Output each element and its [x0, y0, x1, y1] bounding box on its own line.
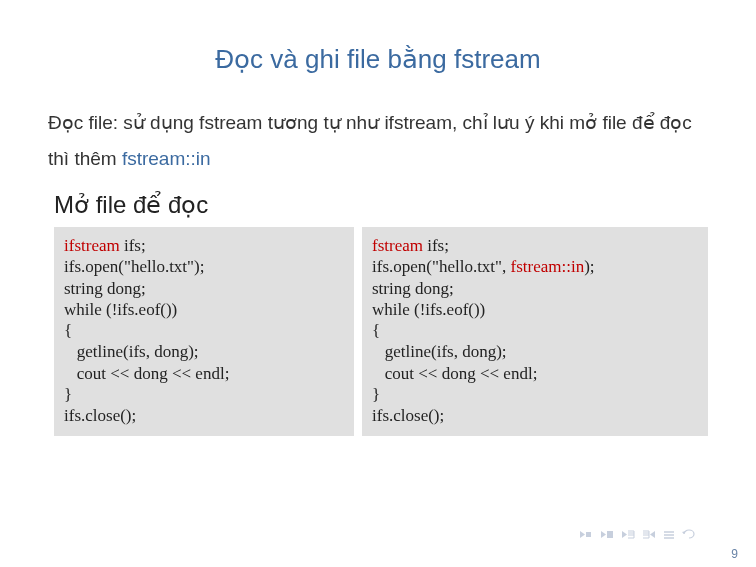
code-columns: ifstream ifs; ifs.open("hello.txt"); str… — [48, 227, 708, 436]
code-text: cout << dong << endl; — [372, 364, 537, 383]
page-number: 9 — [731, 547, 738, 561]
code-text: } — [372, 385, 380, 404]
body-highlight: fstream::in — [122, 148, 211, 169]
keyword-fstream-in: fstream::in — [511, 257, 585, 276]
slide-content: Đọc và ghi file bằng fstream Đọc file: s… — [0, 0, 756, 436]
code-text: ifs.open("hello.txt", — [372, 257, 511, 276]
code-text: string dong; — [64, 279, 146, 298]
code-text: { — [372, 321, 380, 340]
code-text: ifs.close(); — [372, 406, 444, 425]
code-block-left: ifstream ifs; ifs.open("hello.txt"); str… — [54, 227, 354, 436]
nav-first-icon[interactable] — [579, 530, 593, 539]
code-text: { — [64, 321, 72, 340]
nav-prev-icon[interactable] — [600, 530, 614, 539]
code-text: getline(ifs, dong); — [64, 342, 199, 361]
code-text: ifs.close(); — [64, 406, 136, 425]
beamer-nav-bar — [579, 529, 696, 539]
nav-undo-icon[interactable] — [682, 529, 696, 539]
code-text: ifs; — [120, 236, 146, 255]
nav-menu-icon[interactable] — [663, 530, 675, 539]
svg-rect-0 — [586, 532, 591, 537]
keyword-fstream: fstream — [372, 236, 423, 255]
code-block-right: fstream ifs; ifs.open("hello.txt", fstre… — [362, 227, 708, 436]
nav-back-icon[interactable] — [621, 530, 635, 539]
code-text: cout << dong << endl; — [64, 364, 229, 383]
svg-rect-1 — [607, 531, 613, 538]
body-paragraph: Đọc file: sử dụng fstream tương tự như i… — [48, 105, 708, 177]
nav-forward-icon[interactable] — [642, 530, 656, 539]
code-text: string dong; — [372, 279, 454, 298]
section-subtitle: Mở file để đọc — [48, 191, 708, 219]
slide-title: Đọc và ghi file bằng fstream — [48, 44, 708, 75]
code-text: ifs; — [423, 236, 449, 255]
keyword-ifstream: ifstream — [64, 236, 120, 255]
code-text: ); — [584, 257, 594, 276]
code-text: getline(ifs, dong); — [372, 342, 507, 361]
code-text: } — [64, 385, 72, 404]
code-text: while (!ifs.eof()) — [64, 300, 177, 319]
code-text: while (!ifs.eof()) — [372, 300, 485, 319]
code-text: ifs.open("hello.txt"); — [64, 257, 204, 276]
